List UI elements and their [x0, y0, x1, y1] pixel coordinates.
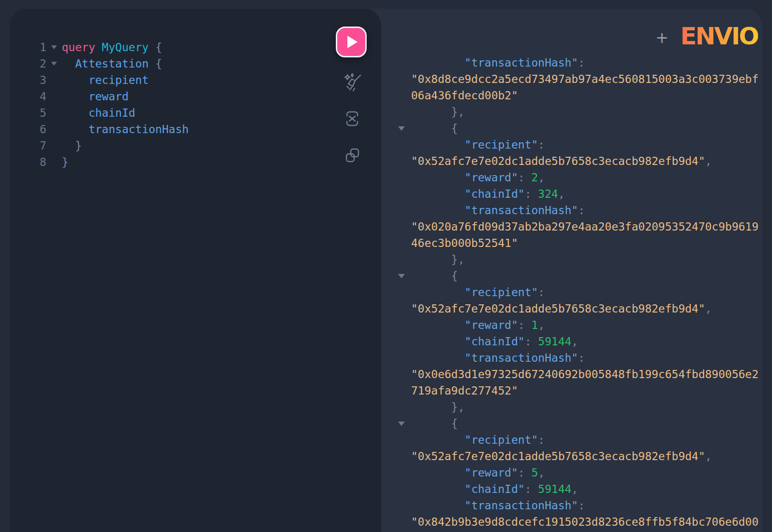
fold-arrow-icon[interactable] [46, 62, 62, 66]
code-text: } [62, 137, 82, 154]
code-text: }, [411, 251, 465, 268]
response-line: "recipient": [395, 136, 767, 153]
line-number: 2 [19, 55, 46, 72]
copy-query-button[interactable] [344, 147, 361, 165]
response-line: { [395, 268, 767, 284]
response-line: "recipient": [395, 432, 767, 448]
code-text: 46ec3b000b52541" [411, 235, 518, 251]
fold-arrow-icon[interactable] [395, 274, 411, 278]
code-text: "0x52afc7e7e02dc1adde5b7658c3ecacb982efb… [411, 448, 712, 464]
response-line: "transactionHash": [395, 55, 767, 71]
response-line: "0x020a76fd09d37ab2ba297e4aa20e3fa020953… [395, 218, 767, 235]
response-output: "transactionHash":"0x8d8ce9dcc2a5ecd7349… [395, 55, 767, 530]
response-line: "reward": 1, [395, 317, 767, 333]
line-number: 8 [19, 154, 46, 170]
query-code-line: 3 recipient [19, 72, 347, 88]
code-text: "reward": 1, [411, 317, 545, 333]
code-text: "reward": 5, [411, 464, 545, 481]
code-text: "reward": 2, [411, 169, 545, 186]
query-code-line: 4 reward [19, 88, 347, 105]
response-line: }, [395, 104, 767, 120]
code-text: "chainId": 59144, [411, 333, 578, 350]
code-text: "chainId": 59144, [411, 481, 578, 497]
response-line: }, [395, 399, 767, 415]
line-number: 1 [19, 39, 46, 55]
query-code-line: 7 } [19, 137, 347, 154]
response-line: 719afa9dc277452" [395, 382, 767, 399]
response-line: "0x52afc7e7e02dc1adde5b7658c3ecacb982efb… [395, 300, 767, 317]
code-text: "recipient": [411, 432, 545, 448]
execute-query-button[interactable] [336, 27, 367, 57]
code-text: }, [411, 399, 465, 415]
play-icon [347, 36, 358, 48]
code-text: "transactionHash": [411, 55, 585, 71]
response-line: "0x8d8ce9dcc2a5ecd73497ab97a4ec560815003… [395, 71, 767, 87]
code-text: "transactionHash": [411, 350, 585, 366]
code-text: "transactionHash": [411, 202, 585, 218]
code-text: "recipient": [411, 136, 545, 153]
line-number: 6 [19, 121, 46, 137]
merge-fragments-button[interactable] [344, 110, 360, 127]
query-editor-panel[interactable]: 1query MyQuery {2 Attestation {3 recipie… [10, 9, 381, 532]
query-code-line: 6 transactionHash [19, 121, 347, 137]
response-line: "transactionHash": [395, 350, 767, 366]
code-text: 719afa9dc277452" [411, 382, 518, 399]
response-line: "recipient": [395, 284, 767, 300]
fold-arrow-icon[interactable] [46, 45, 62, 49]
code-text: { [411, 120, 458, 136]
query-code-line: 5 chainId [19, 105, 347, 121]
code-text: Attestation { [62, 55, 162, 72]
code-text: "0x842b9b3e9d8cdcefc1915023d8236ce8ffb5f… [411, 514, 758, 530]
code-text: "transactionHash": [411, 497, 585, 514]
code-text: chainId [62, 105, 135, 121]
code-text: query MyQuery { [62, 39, 162, 55]
merge-fragments-icon [344, 110, 360, 127]
response-line: }, [395, 251, 767, 268]
code-text: 06a436fdecd00b2" [411, 87, 518, 104]
code-text: transactionHash [62, 121, 189, 137]
prettify-query-button[interactable] [343, 72, 363, 94]
code-text: }, [411, 104, 465, 120]
code-text: "chainId": 324, [411, 186, 565, 202]
code-text: "recipient": [411, 284, 545, 300]
fold-arrow-icon[interactable] [395, 422, 411, 426]
code-text: recipient [62, 72, 149, 88]
response-line: "0x52afc7e7e02dc1adde5b7658c3ecacb982efb… [395, 153, 767, 169]
response-line: { [395, 120, 767, 136]
code-text: } [62, 154, 69, 170]
response-line: "0x842b9b3e9d8cdcefc1915023d8236ce8ffb5f… [395, 514, 767, 530]
code-text: { [411, 415, 458, 432]
code-text: reward [62, 88, 128, 105]
prettify-sparkle-broom-icon [343, 72, 363, 94]
line-number: 5 [19, 105, 46, 121]
response-line: "0x52afc7e7e02dc1adde5b7658c3ecacb982efb… [395, 448, 767, 464]
response-line: "reward": 5, [395, 464, 767, 481]
editor-lines[interactable]: 1query MyQuery {2 Attestation {3 recipie… [19, 39, 347, 170]
query-code-line: 8} [19, 154, 347, 170]
response-line: "transactionHash": [395, 497, 767, 514]
code-text: "0x52afc7e7e02dc1adde5b7658c3ecacb982efb… [411, 300, 712, 317]
response-line: "chainId": 59144, [395, 333, 767, 350]
query-code-line: 1query MyQuery { [19, 39, 347, 55]
response-line: "reward": 2, [395, 169, 767, 186]
line-number: 3 [19, 72, 46, 88]
envio-logo: ENVIO [680, 23, 758, 49]
response-line: "chainId": 59144, [395, 481, 767, 497]
line-number: 7 [19, 137, 46, 154]
code-text: "0x020a76fd09d37ab2ba297e4aa20e3fa020953… [411, 218, 758, 235]
code-text: "0x8d8ce9dcc2a5ecd73497ab97a4ec560815003… [411, 71, 758, 87]
graphiql-app: + ENVIO "transactionHash":"0x8d8ce9dcc2a… [0, 0, 772, 532]
response-line: { [395, 415, 767, 432]
code-text: "0x0e6d3d1e97325d67240692b005848fb199c65… [411, 366, 758, 382]
fold-arrow-icon[interactable] [395, 126, 411, 131]
code-text: "0x52afc7e7e02dc1adde5b7658c3ecacb982efb… [411, 153, 712, 169]
add-tab-button[interactable]: + [651, 28, 673, 47]
code-text: { [411, 268, 458, 284]
response-line: "0x0e6d3d1e97325d67240692b005848fb199c65… [395, 366, 767, 382]
response-line: "chainId": 324, [395, 186, 767, 202]
plus-icon: + [656, 28, 669, 47]
response-line: 46ec3b000b52541" [395, 235, 767, 251]
line-number: 4 [19, 88, 46, 105]
response-line: 06a436fdecd00b2" [395, 87, 767, 104]
response-line: "transactionHash": [395, 202, 767, 218]
